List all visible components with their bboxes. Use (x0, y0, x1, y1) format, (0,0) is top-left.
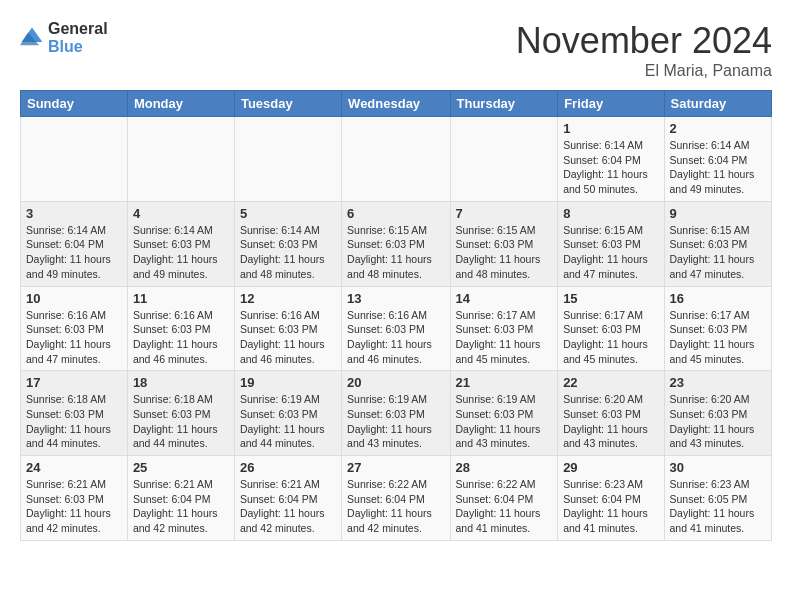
day-number: 15 (563, 291, 658, 306)
day-info: Sunrise: 6:22 AM Sunset: 6:04 PM Dayligh… (347, 477, 444, 536)
day-info: Sunrise: 6:15 AM Sunset: 6:03 PM Dayligh… (670, 223, 766, 282)
day-number: 20 (347, 375, 444, 390)
calendar-cell: 27Sunrise: 6:22 AM Sunset: 6:04 PM Dayli… (342, 456, 450, 541)
calendar-cell: 16Sunrise: 6:17 AM Sunset: 6:03 PM Dayli… (664, 286, 771, 371)
day-info: Sunrise: 6:18 AM Sunset: 6:03 PM Dayligh… (26, 392, 122, 451)
calendar-cell (127, 117, 234, 202)
day-number: 10 (26, 291, 122, 306)
day-info: Sunrise: 6:19 AM Sunset: 6:03 PM Dayligh… (240, 392, 336, 451)
calendar-week-row: 1Sunrise: 6:14 AM Sunset: 6:04 PM Daylig… (21, 117, 772, 202)
day-info: Sunrise: 6:21 AM Sunset: 6:04 PM Dayligh… (240, 477, 336, 536)
day-info: Sunrise: 6:15 AM Sunset: 6:03 PM Dayligh… (456, 223, 553, 282)
calendar-cell: 11Sunrise: 6:16 AM Sunset: 6:03 PM Dayli… (127, 286, 234, 371)
calendar-cell: 2Sunrise: 6:14 AM Sunset: 6:04 PM Daylig… (664, 117, 771, 202)
day-info: Sunrise: 6:19 AM Sunset: 6:03 PM Dayligh… (456, 392, 553, 451)
title-block: November 2024 El Maria, Panama (516, 20, 772, 80)
day-info: Sunrise: 6:20 AM Sunset: 6:03 PM Dayligh… (670, 392, 766, 451)
day-info: Sunrise: 6:15 AM Sunset: 6:03 PM Dayligh… (347, 223, 444, 282)
day-info: Sunrise: 6:14 AM Sunset: 6:04 PM Dayligh… (26, 223, 122, 282)
day-number: 17 (26, 375, 122, 390)
day-number: 18 (133, 375, 229, 390)
calendar-cell: 18Sunrise: 6:18 AM Sunset: 6:03 PM Dayli… (127, 371, 234, 456)
day-info: Sunrise: 6:14 AM Sunset: 6:03 PM Dayligh… (133, 223, 229, 282)
calendar-cell: 1Sunrise: 6:14 AM Sunset: 6:04 PM Daylig… (558, 117, 664, 202)
calendar-week-row: 17Sunrise: 6:18 AM Sunset: 6:03 PM Dayli… (21, 371, 772, 456)
day-info: Sunrise: 6:19 AM Sunset: 6:03 PM Dayligh… (347, 392, 444, 451)
calendar-cell: 21Sunrise: 6:19 AM Sunset: 6:03 PM Dayli… (450, 371, 558, 456)
day-info: Sunrise: 6:21 AM Sunset: 6:04 PM Dayligh… (133, 477, 229, 536)
calendar-cell: 7Sunrise: 6:15 AM Sunset: 6:03 PM Daylig… (450, 201, 558, 286)
day-info: Sunrise: 6:22 AM Sunset: 6:04 PM Dayligh… (456, 477, 553, 536)
day-info: Sunrise: 6:16 AM Sunset: 6:03 PM Dayligh… (133, 308, 229, 367)
day-info: Sunrise: 6:15 AM Sunset: 6:03 PM Dayligh… (563, 223, 658, 282)
calendar-cell: 4Sunrise: 6:14 AM Sunset: 6:03 PM Daylig… (127, 201, 234, 286)
calendar-week-row: 24Sunrise: 6:21 AM Sunset: 6:03 PM Dayli… (21, 456, 772, 541)
day-number: 16 (670, 291, 766, 306)
day-info: Sunrise: 6:18 AM Sunset: 6:03 PM Dayligh… (133, 392, 229, 451)
calendar-cell: 6Sunrise: 6:15 AM Sunset: 6:03 PM Daylig… (342, 201, 450, 286)
calendar-cell (450, 117, 558, 202)
day-number: 8 (563, 206, 658, 221)
calendar-cell: 9Sunrise: 6:15 AM Sunset: 6:03 PM Daylig… (664, 201, 771, 286)
day-of-week-header: Monday (127, 91, 234, 117)
calendar-cell: 30Sunrise: 6:23 AM Sunset: 6:05 PM Dayli… (664, 456, 771, 541)
calendar-cell: 28Sunrise: 6:22 AM Sunset: 6:04 PM Dayli… (450, 456, 558, 541)
calendar-cell: 14Sunrise: 6:17 AM Sunset: 6:03 PM Dayli… (450, 286, 558, 371)
logo-blue-text: Blue (48, 38, 108, 56)
day-number: 28 (456, 460, 553, 475)
calendar-cell: 15Sunrise: 6:17 AM Sunset: 6:03 PM Dayli… (558, 286, 664, 371)
calendar-cell: 8Sunrise: 6:15 AM Sunset: 6:03 PM Daylig… (558, 201, 664, 286)
calendar-cell: 12Sunrise: 6:16 AM Sunset: 6:03 PM Dayli… (234, 286, 341, 371)
day-number: 21 (456, 375, 553, 390)
calendar-cell: 22Sunrise: 6:20 AM Sunset: 6:03 PM Dayli… (558, 371, 664, 456)
day-number: 23 (670, 375, 766, 390)
day-of-week-header: Sunday (21, 91, 128, 117)
calendar-cell (342, 117, 450, 202)
day-number: 6 (347, 206, 444, 221)
day-info: Sunrise: 6:17 AM Sunset: 6:03 PM Dayligh… (456, 308, 553, 367)
day-number: 24 (26, 460, 122, 475)
day-number: 5 (240, 206, 336, 221)
calendar-cell: 25Sunrise: 6:21 AM Sunset: 6:04 PM Dayli… (127, 456, 234, 541)
day-info: Sunrise: 6:23 AM Sunset: 6:05 PM Dayligh… (670, 477, 766, 536)
calendar-cell: 3Sunrise: 6:14 AM Sunset: 6:04 PM Daylig… (21, 201, 128, 286)
day-info: Sunrise: 6:21 AM Sunset: 6:03 PM Dayligh… (26, 477, 122, 536)
calendar-cell: 29Sunrise: 6:23 AM Sunset: 6:04 PM Dayli… (558, 456, 664, 541)
month-title: November 2024 (516, 20, 772, 62)
calendar-cell: 20Sunrise: 6:19 AM Sunset: 6:03 PM Dayli… (342, 371, 450, 456)
calendar-cell: 10Sunrise: 6:16 AM Sunset: 6:03 PM Dayli… (21, 286, 128, 371)
day-number: 13 (347, 291, 444, 306)
calendar-cell (21, 117, 128, 202)
day-of-week-header: Tuesday (234, 91, 341, 117)
day-number: 3 (26, 206, 122, 221)
calendar-cell: 26Sunrise: 6:21 AM Sunset: 6:04 PM Dayli… (234, 456, 341, 541)
day-number: 27 (347, 460, 444, 475)
calendar-cell (234, 117, 341, 202)
day-info: Sunrise: 6:17 AM Sunset: 6:03 PM Dayligh… (563, 308, 658, 367)
day-info: Sunrise: 6:14 AM Sunset: 6:04 PM Dayligh… (563, 138, 658, 197)
day-number: 11 (133, 291, 229, 306)
day-number: 30 (670, 460, 766, 475)
logo-icon (20, 26, 44, 50)
day-of-week-header: Thursday (450, 91, 558, 117)
day-info: Sunrise: 6:14 AM Sunset: 6:03 PM Dayligh… (240, 223, 336, 282)
day-number: 12 (240, 291, 336, 306)
day-number: 22 (563, 375, 658, 390)
day-number: 1 (563, 121, 658, 136)
day-number: 25 (133, 460, 229, 475)
day-info: Sunrise: 6:23 AM Sunset: 6:04 PM Dayligh… (563, 477, 658, 536)
calendar-header: SundayMondayTuesdayWednesdayThursdayFrid… (21, 91, 772, 117)
day-number: 26 (240, 460, 336, 475)
logo: General Blue (20, 20, 108, 55)
calendar-cell: 17Sunrise: 6:18 AM Sunset: 6:03 PM Dayli… (21, 371, 128, 456)
day-number: 2 (670, 121, 766, 136)
day-number: 19 (240, 375, 336, 390)
calendar-cell: 13Sunrise: 6:16 AM Sunset: 6:03 PM Dayli… (342, 286, 450, 371)
calendar-table: SundayMondayTuesdayWednesdayThursdayFrid… (20, 90, 772, 541)
day-number: 7 (456, 206, 553, 221)
day-of-week-header: Friday (558, 91, 664, 117)
calendar-week-row: 10Sunrise: 6:16 AM Sunset: 6:03 PM Dayli… (21, 286, 772, 371)
day-number: 29 (563, 460, 658, 475)
day-number: 14 (456, 291, 553, 306)
calendar-cell: 24Sunrise: 6:21 AM Sunset: 6:03 PM Dayli… (21, 456, 128, 541)
